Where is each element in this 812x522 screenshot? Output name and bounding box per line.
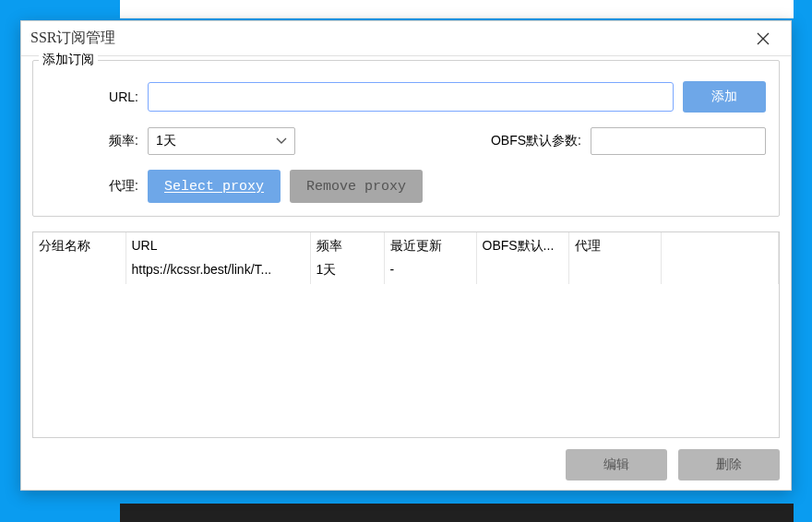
chevron-down-icon (276, 136, 287, 147)
th-lastupdate[interactable]: 最近更新 (384, 232, 476, 260)
background-window-top (120, 0, 794, 18)
titlebar: SSR订阅管理 (21, 21, 791, 56)
th-freq[interactable]: 频率 (310, 232, 384, 260)
obfs-input[interactable] (591, 127, 766, 155)
background-window-bottom (120, 504, 794, 522)
dialog-title: SSR订阅管理 (30, 29, 115, 48)
subscription-dialog: SSR订阅管理 添加订阅 URL: 添加 频率: 1天 (20, 20, 792, 491)
th-obfs[interactable]: OBFS默认... (476, 232, 568, 260)
th-extra (661, 232, 779, 260)
delete-button[interactable]: 删除 (678, 449, 780, 480)
cell-proxy (568, 260, 661, 284)
obfs-label: OBFS默认参数: (491, 133, 581, 149)
table-row[interactable]: https://kcssr.best/link/T... 1天 - (33, 260, 779, 284)
cell-lastupdate: - (384, 260, 476, 284)
close-icon[interactable] (743, 25, 783, 53)
subscription-table[interactable]: 分组名称 URL 频率 最近更新 OBFS默认... 代理 https://kc… (32, 231, 780, 438)
th-proxy[interactable]: 代理 (568, 232, 661, 260)
dialog-footer: 编辑 删除 (32, 449, 780, 480)
cell-freq: 1天 (310, 260, 384, 284)
table-header-row: 分组名称 URL 频率 最近更新 OBFS默认... 代理 (33, 232, 779, 260)
proxy-label: 代理: (46, 178, 138, 195)
frequency-value: 1天 (156, 133, 176, 149)
add-subscription-group: 添加订阅 URL: 添加 频率: 1天 OBFS默认参数: (32, 60, 780, 217)
remove-proxy-button[interactable]: Remove proxy (290, 170, 423, 203)
select-proxy-button[interactable]: Select proxy (148, 170, 281, 203)
add-button[interactable]: 添加 (683, 81, 766, 113)
url-label: URL: (46, 89, 138, 104)
cell-url: https://kcssr.best/link/T... (125, 260, 310, 284)
url-input[interactable] (148, 82, 674, 112)
group-legend: 添加订阅 (39, 52, 98, 68)
dialog-body: 添加订阅 URL: 添加 频率: 1天 OBFS默认参数: (21, 56, 791, 490)
th-url[interactable]: URL (125, 232, 310, 260)
frequency-select[interactable]: 1天 (148, 127, 295, 155)
cell-obfs (476, 260, 568, 284)
edit-button[interactable]: 编辑 (566, 449, 667, 480)
cell-group (33, 260, 125, 284)
frequency-label: 频率: (46, 133, 138, 149)
th-group[interactable]: 分组名称 (33, 232, 125, 260)
